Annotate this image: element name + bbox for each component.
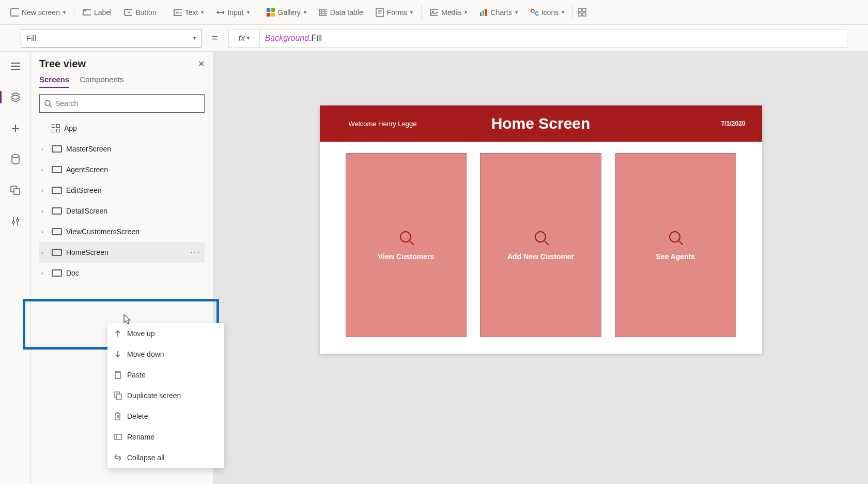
tree-item-app[interactable]: › App <box>39 118 205 139</box>
tree-item-viewcustomersscreen[interactable]: › ViewCustomersScreen <box>39 221 205 242</box>
forms-label: Forms <box>387 8 408 17</box>
ctx-label: Paste <box>127 371 146 379</box>
search-input[interactable] <box>55 99 200 108</box>
app-preview-screen[interactable]: Welcome Henry Legge Home Screen 7/1/2020… <box>320 105 762 354</box>
separator <box>421 5 422 20</box>
charts-icon <box>479 8 488 17</box>
tree-item-editscreen[interactable]: › EditScreen <box>39 180 205 201</box>
ctx-collapse-all[interactable]: Collapse all <box>107 447 224 468</box>
tree-item-label: App <box>64 124 77 132</box>
svg-rect-19 <box>583 8 586 11</box>
screen-icon <box>52 269 62 277</box>
forms-button[interactable]: Forms ▾ <box>369 1 420 24</box>
input-label: Input <box>227 8 243 17</box>
new-screen-button[interactable]: New screen ▾ <box>4 1 72 24</box>
svg-rect-6 <box>267 8 270 12</box>
gallery-button[interactable]: Gallery ▾ <box>260 1 313 24</box>
tab-components[interactable]: Components <box>80 75 123 88</box>
grid-icon <box>578 8 586 17</box>
tree-item-agentscreen[interactable]: › AgentScreen <box>39 159 205 180</box>
data-rail-button[interactable] <box>4 149 27 170</box>
tree-item-masterscreen[interactable]: › MasterScreen <box>39 139 205 159</box>
label-text: Label <box>94 8 112 17</box>
svg-rect-9 <box>271 13 275 17</box>
card-see-agents[interactable]: See Agents <box>615 153 736 337</box>
card-view-customers[interactable]: View Customers <box>346 153 467 337</box>
tree-item-label: MasterScreen <box>66 145 111 153</box>
separator <box>258 5 258 20</box>
forms-icon <box>376 8 384 17</box>
app-icon <box>52 124 60 132</box>
ctx-paste[interactable]: Paste <box>107 365 224 385</box>
more-button[interactable] <box>575 1 590 24</box>
media-button[interactable]: Media ▾ <box>424 1 473 24</box>
tree-item-detailscreen[interactable]: › DetailScreen <box>39 201 205 221</box>
ctx-duplicate[interactable]: Duplicate screen <box>107 385 224 406</box>
chevron-down-icon: ▾ <box>304 9 306 15</box>
search-icon <box>44 99 52 108</box>
tree-list: › App › MasterScreen › AgentScreen › Edi… <box>39 118 205 283</box>
data-table-label: Data table <box>330 8 363 17</box>
ctx-move-up[interactable]: Move up <box>107 323 224 344</box>
search-box[interactable] <box>39 94 205 113</box>
charts-button[interactable]: Charts ▾ <box>473 1 524 24</box>
insert-rail-button[interactable] <box>4 118 27 139</box>
card-add-customer[interactable]: Add New Customer <box>480 153 601 337</box>
chevron-icon: › <box>41 167 48 173</box>
svg-rect-20 <box>578 13 581 16</box>
icons-label: Icons <box>541 8 559 17</box>
label-button[interactable]: Label <box>76 1 118 24</box>
screen-title: Home Screen <box>491 115 591 132</box>
tree-view-rail-button[interactable] <box>4 87 27 108</box>
close-icon[interactable]: ✕ <box>198 59 205 69</box>
delete-icon <box>114 412 122 420</box>
tree-item-doc[interactable]: › Doc <box>39 263 205 283</box>
svg-rect-10 <box>319 9 327 16</box>
button-button[interactable]: Button <box>118 1 162 24</box>
separator <box>572 5 573 20</box>
formula-bar: Fill ▾ = fx ▾ Background.Fill <box>0 25 868 52</box>
formula-input[interactable]: Background.Fill <box>259 29 847 48</box>
tab-screens[interactable]: Screens <box>39 75 69 88</box>
tree-title: Tree view <box>39 58 86 70</box>
canvas-area[interactable]: Welcome Henry Legge Home Screen 7/1/2020… <box>213 52 868 484</box>
screen-icon <box>52 166 62 173</box>
svg-rect-7 <box>271 8 275 12</box>
tree-item-label: DetailScreen <box>66 207 107 215</box>
svg-rect-32 <box>114 434 121 440</box>
screen-icon <box>52 249 62 256</box>
svg-point-25 <box>12 221 14 223</box>
button-icon <box>124 8 132 17</box>
text-button[interactable]: Abc Text ▾ <box>167 1 210 24</box>
chevron-icon: › <box>41 229 48 235</box>
svg-text:Abc: Abc <box>176 10 182 15</box>
svg-rect-8 <box>267 13 270 17</box>
more-options-button[interactable]: ··· <box>191 248 200 257</box>
ctx-move-down[interactable]: Move down <box>107 344 224 365</box>
fx-button[interactable]: fx ▾ <box>228 29 259 48</box>
data-table-icon <box>319 8 327 17</box>
svg-rect-0 <box>11 9 19 16</box>
input-button[interactable]: Input ▾ <box>210 1 255 24</box>
chevron-down-icon: ▾ <box>515 9 518 15</box>
chevron-icon: › <box>41 249 48 255</box>
svg-point-3 <box>129 11 130 13</box>
chevron-down-icon: ▾ <box>193 35 196 41</box>
arrow-down-icon <box>114 350 122 358</box>
screen-icon <box>52 145 62 153</box>
hamburger-button[interactable] <box>4 56 27 77</box>
duplicate-icon <box>114 391 122 400</box>
property-selector[interactable]: Fill ▾ <box>21 29 202 48</box>
ctx-delete[interactable]: Delete <box>107 406 224 427</box>
svg-point-27 <box>45 100 50 105</box>
ctx-rename[interactable]: Rename <box>107 427 224 447</box>
card-label: See Agents <box>656 252 695 261</box>
svg-rect-18 <box>578 8 581 11</box>
svg-rect-21 <box>583 13 586 16</box>
media-rail-button[interactable] <box>4 180 27 201</box>
icons-button[interactable]: Icons ▾ <box>524 1 570 24</box>
tools-rail-button[interactable] <box>4 211 27 232</box>
tree-item-label: EditScreen <box>66 186 101 194</box>
tree-item-homescreen[interactable]: › HomeScreen ··· <box>39 242 205 263</box>
data-table-button[interactable]: Data table <box>313 1 369 24</box>
